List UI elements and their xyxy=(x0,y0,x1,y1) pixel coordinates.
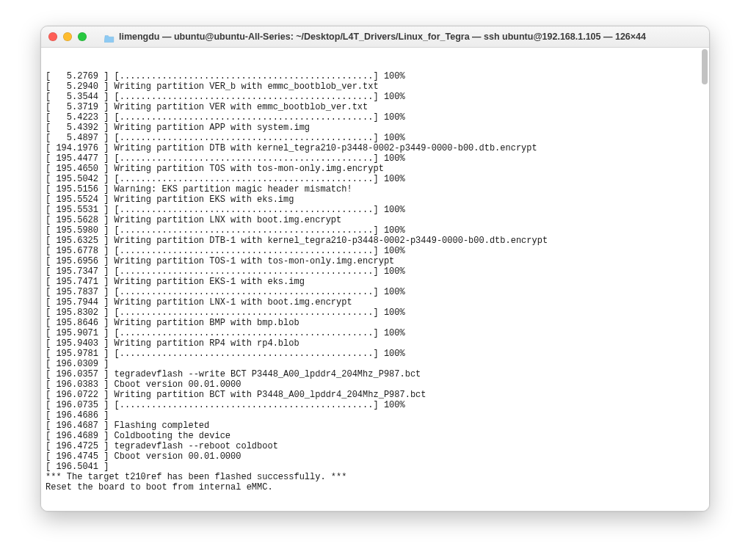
terminal-line: [ 5.2769 ] [............................… xyxy=(46,71,694,81)
terminal-line: [ 195.5524 ] Writing partition EKS with … xyxy=(46,194,694,205)
terminal-line: [ 195.6956 ] Writing partition TOS-1 wit… xyxy=(46,256,694,266)
terminal-line: [ 5.3719 ] Writing partition VER with em… xyxy=(46,102,694,112)
titlebar[interactable]: limengdu — ubuntu@ubuntu-All-Series: ~/D… xyxy=(41,26,709,48)
terminal-line: [ 195.5531 ] [..........................… xyxy=(46,205,694,215)
terminal-line: [ 195.5042 ] [..........................… xyxy=(46,174,694,184)
terminal-line: [ 195.9403 ] Writing partition RP4 with … xyxy=(46,338,694,349)
terminal-line: [ 195.9071 ] [..........................… xyxy=(46,328,694,338)
terminal-line: [ 195.9781 ] [..........................… xyxy=(46,349,694,359)
terminal-line: [ 194.1976 ] Writing partition DTB with … xyxy=(46,143,694,153)
terminal-line: [ 195.8302 ] [..........................… xyxy=(46,308,694,318)
terminal-window: limengdu — ubuntu@ubuntu-All-Series: ~/D… xyxy=(40,26,710,512)
terminal-line: [ 5.4223 ] [............................… xyxy=(46,112,694,123)
terminal-line: [ 5.4392 ] Writing partition APP with sy… xyxy=(46,123,694,133)
terminal-line: [ 196.4725 ] tegradevflash --reboot cold… xyxy=(46,441,694,451)
scrollbar-thumb[interactable] xyxy=(702,49,708,84)
terminal-output[interactable]: [ 5.2769 ] [............................… xyxy=(41,48,699,511)
window-title: limengdu — ubuntu@ubuntu-All-Series: ~/D… xyxy=(119,32,646,42)
terminal-line: [ 195.5980 ] [..........................… xyxy=(46,225,694,236)
terminal-line: [ 195.5156 ] Warning: EKS partition magi… xyxy=(46,184,694,194)
terminal-line: [ 195.7837 ] [..........................… xyxy=(46,287,694,297)
terminal-line: [ 5.3544 ] [............................… xyxy=(46,92,694,102)
terminal-line: [ 196.0722 ] Writing partition BCT with … xyxy=(46,390,694,400)
terminal-line: [ 196.4745 ] Cboot version 00.01.0000 xyxy=(46,451,694,462)
terminal-body[interactable]: [ 5.2769 ] [............................… xyxy=(41,48,709,511)
terminal-line: [ 195.7347 ] [..........................… xyxy=(46,266,694,277)
terminal-line: [ 196.4689 ] Coldbooting the device xyxy=(46,431,694,441)
minimize-button[interactable] xyxy=(63,32,72,41)
terminal-line: [ 196.0383 ] Cboot version 00.01.0000 xyxy=(46,379,694,390)
terminal-line: [ 5.4897 ] [............................… xyxy=(46,133,694,143)
terminal-line: [ 196.4686 ] xyxy=(46,410,694,421)
terminal-line: [ 195.5628 ] Writing partition LNX with … xyxy=(46,215,694,225)
terminal-line: [ 195.6325 ] Writing partition DTB-1 wit… xyxy=(46,236,694,246)
terminal-line: [ 195.4650 ] Writing partition TOS with … xyxy=(46,164,694,174)
maximize-button[interactable] xyxy=(78,32,87,41)
terminal-line: Reset the board to boot from internal eM… xyxy=(46,482,694,492)
terminal-line: [ 195.4477 ] [..........................… xyxy=(46,153,694,164)
terminal-line: *** The target t210ref has been flashed … xyxy=(46,472,694,482)
terminal-line: [ 195.7944 ] Writing partition LNX-1 wit… xyxy=(46,297,694,308)
title-wrap: limengdu — ubuntu@ubuntu-All-Series: ~/D… xyxy=(41,32,709,42)
terminal-line: [ 196.5041 ] xyxy=(46,462,694,472)
terminal-line: [ 195.7471 ] Writing partition EKS-1 wit… xyxy=(46,277,694,287)
terminal-lines: [ 5.2769 ] [............................… xyxy=(46,71,694,492)
close-button[interactable] xyxy=(48,32,57,41)
terminal-line: [ 196.4687 ] Flashing completed xyxy=(46,421,694,431)
folder-icon xyxy=(104,32,115,41)
terminal-line: [ 195.6778 ] [..........................… xyxy=(46,246,694,256)
terminal-line: [ 195.8646 ] Writing partition BMP with … xyxy=(46,318,694,328)
terminal-line: [ 196.0357 ] tegradevflash --write BCT P… xyxy=(46,369,694,379)
terminal-line: [ 196.0309 ] xyxy=(46,359,694,369)
scrollbar-track[interactable] xyxy=(700,49,708,509)
terminal-line: [ 5.2940 ] Writing partition VER_b with … xyxy=(46,81,694,92)
window-controls xyxy=(41,32,87,41)
terminal-line: [ 196.0735 ] [..........................… xyxy=(46,400,694,410)
